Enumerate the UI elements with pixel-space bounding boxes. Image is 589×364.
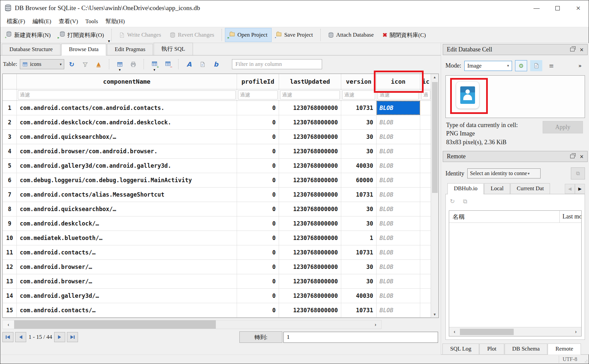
cell-version[interactable]: 10731: [341, 303, 377, 317]
cell-lastUpdated[interactable]: 1230768000000: [279, 130, 341, 144]
next-page-button[interactable]: [54, 332, 65, 342]
cell-componentName[interactable]: com.android.browser/com.android.browser.: [17, 144, 237, 158]
remote-column-last-modified[interactable]: Last mo: [560, 213, 581, 220]
cell-lastUpdated[interactable]: 1230768000000: [279, 260, 341, 274]
import-certificate-button[interactable]: ⧉: [571, 167, 585, 179]
cell-version[interactable]: 1: [341, 231, 377, 245]
import-data-button[interactable]: ⚙: [515, 60, 527, 71]
cell-componentName[interactable]: com.android.browser/…: [17, 274, 237, 288]
cell-icon[interactable]: BLOB: [377, 144, 420, 158]
vertical-scrollbar-thumb[interactable]: [432, 82, 438, 193]
scroll-down-icon[interactable]: ▼: [431, 313, 438, 316]
cell-icon[interactable]: BLOB: [377, 188, 420, 202]
float-panel-icon[interactable]: [570, 48, 575, 51]
revert-changes-button[interactable]: Revert Changes: [165, 28, 219, 42]
scroll-right-button[interactable]: ›: [370, 320, 381, 329]
tab-remote[interactable]: Remote: [548, 343, 581, 355]
cell-lastUpdated[interactable]: 1230768000000: [279, 188, 341, 202]
cell-partial[interactable]: [420, 130, 431, 144]
cell-componentName[interactable]: com.android.gallery3d/com.android.galler…: [17, 159, 237, 173]
cell-profileId[interactable]: 0: [237, 216, 279, 231]
cell-lastUpdated[interactable]: 1230768000000: [279, 303, 341, 317]
column-header-lastUpdated[interactable]: lastUpdated: [279, 74, 341, 89]
goto-input[interactable]: [283, 332, 438, 343]
open-database-dropdown-icon[interactable]: ▼: [107, 39, 111, 43]
cell-lastUpdated[interactable]: 1230768000000: [279, 173, 341, 187]
cell-lastUpdated[interactable]: 1230768000000: [279, 115, 341, 129]
edit-format-button[interactable]: A: [183, 58, 195, 70]
close-database-button[interactable]: ✖ 關閉資料庫(C): [378, 28, 430, 42]
tab-current-database[interactable]: Current Dat: [510, 183, 550, 194]
cell-componentName[interactable]: com.mediatek.bluetooth/…: [17, 231, 237, 245]
remote-scrollbar-thumb[interactable]: [460, 329, 514, 335]
cell-version[interactable]: 30: [341, 216, 377, 231]
cell-version[interactable]: 10731: [341, 188, 377, 202]
tab-local[interactable]: Local: [484, 183, 510, 194]
row-number[interactable]: 14: [3, 289, 17, 303]
scroll-left-button[interactable]: ‹: [3, 320, 14, 329]
cell-componentName[interactable]: com.debug.loggerui/com.debug.loggerui.Ma…: [17, 173, 237, 187]
cell-partial[interactable]: [420, 159, 431, 173]
cell-icon[interactable]: BLOB: [377, 202, 420, 216]
column-header-version[interactable]: version: [341, 74, 377, 89]
filter-input-lastUpdated[interactable]: [280, 90, 340, 99]
last-page-button[interactable]: [67, 332, 78, 342]
cell-icon[interactable]: BLOB: [377, 115, 420, 129]
cell-lastUpdated[interactable]: 1230768000000: [279, 202, 341, 216]
row-number[interactable]: 11: [3, 245, 17, 259]
menu-file[interactable]: 檔案(F): [3, 16, 29, 26]
cell-version[interactable]: 40030: [341, 289, 377, 303]
refresh-button[interactable]: ↻: [66, 58, 78, 70]
cell-icon[interactable]: BLOB: [377, 303, 420, 317]
cell-partial[interactable]: [420, 260, 431, 274]
cell-version[interactable]: 30: [341, 115, 377, 129]
table-select[interactable]: icons ▾: [20, 59, 64, 69]
clear-sort-button[interactable]: ▲: [92, 58, 105, 70]
cell-componentName[interactable]: com.android.gallery3d/…: [17, 289, 237, 303]
apply-button[interactable]: Apply: [543, 121, 583, 133]
clear-filters-button[interactable]: [79, 58, 91, 70]
cell-componentName[interactable]: com.android.quicksearchbox/…: [17, 202, 237, 216]
cell-profileId[interactable]: 0: [237, 188, 279, 202]
resize-grip-icon[interactable]: [584, 359, 588, 363]
save-project-button[interactable]: ▪ Save Project: [272, 28, 317, 42]
cell-profileId[interactable]: 0: [237, 173, 279, 187]
cell-lastUpdated[interactable]: 1230768000000: [279, 274, 341, 288]
cell-componentName[interactable]: com.android.quicksearchbox/…: [17, 130, 237, 144]
tab-scroll-right-button[interactable]: ▶: [575, 184, 585, 194]
open-database-button[interactable]: ▸ 打開資料庫(O) ▼: [55, 28, 109, 42]
save-table-dropdown-icon[interactable]: ▼: [118, 68, 121, 72]
cell-icon[interactable]: BLOB: [377, 289, 420, 303]
menu-tools[interactable]: Tools: [82, 17, 102, 26]
cell-icon[interactable]: BLOB: [377, 216, 420, 231]
cell-partial[interactable]: [420, 101, 431, 115]
cell-icon[interactable]: BLOB: [377, 130, 420, 144]
scroll-up-icon[interactable]: ▲: [431, 75, 438, 79]
cell-componentName[interactable]: com.android.browser/…: [17, 260, 237, 274]
cell-partial[interactable]: [420, 245, 431, 259]
remote-horizontal-scrollbar[interactable]: ‹ ›: [449, 327, 581, 336]
close-panel-icon[interactable]: ×: [580, 153, 584, 160]
cell-profileId[interactable]: 0: [237, 303, 279, 317]
global-filter-input[interactable]: [232, 59, 322, 69]
text-mode-button[interactable]: [530, 60, 542, 71]
cell-componentName[interactable]: com.android.contacts/…: [17, 245, 237, 259]
cell-profileId[interactable]: 0: [237, 260, 279, 274]
cell-partial[interactable]: [420, 216, 431, 231]
encoding-indicator[interactable]: UTF-8: [559, 356, 581, 363]
maximize-button[interactable]: [547, 0, 568, 16]
cell-lastUpdated[interactable]: 1230768000000: [279, 144, 341, 158]
cell-profileId[interactable]: 0: [237, 159, 279, 173]
delete-record-button[interactable]: −: [162, 58, 174, 70]
tab-plot[interactable]: Plot: [479, 343, 504, 354]
cell-icon[interactable]: BLOB: [377, 231, 420, 245]
cell-version[interactable]: 60000: [341, 173, 377, 187]
cell-version[interactable]: 30: [341, 260, 377, 274]
new-record-dropdown-icon[interactable]: ▼: [153, 68, 156, 72]
float-panel-icon[interactable]: [570, 155, 575, 158]
cell-partial[interactable]: [420, 115, 431, 129]
filter-input-componentName[interactable]: [18, 90, 236, 99]
row-number[interactable]: 3: [3, 130, 17, 144]
menu-help[interactable]: 幫助(H): [102, 16, 129, 26]
row-number[interactable]: 6: [3, 173, 17, 187]
